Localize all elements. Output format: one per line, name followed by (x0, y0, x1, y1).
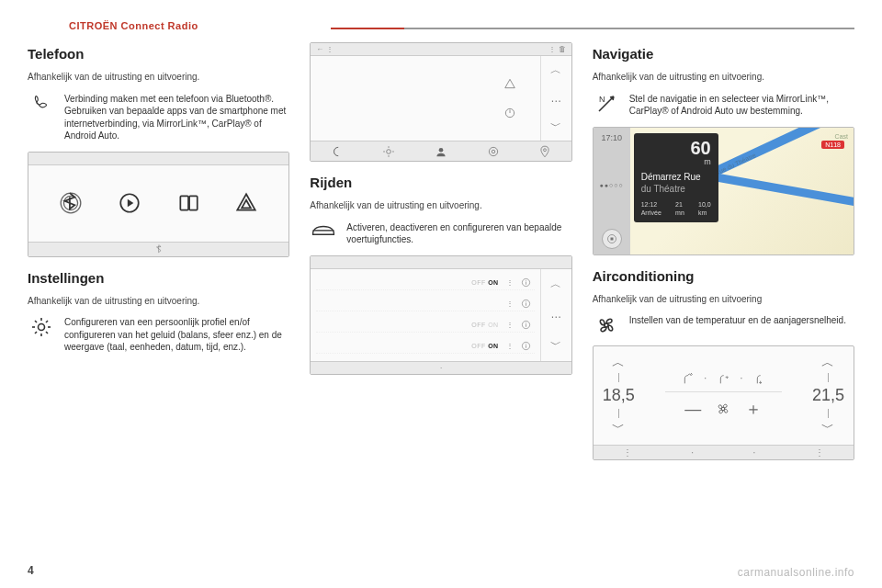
settings-screen-header: ← ⋮ ⋮ 🗑 (311, 43, 571, 56)
night-mode-icon[interactable] (331, 145, 344, 158)
telefoon-subtitle: Afhankelijk van de uitrusting en uitvoer… (28, 71, 289, 84)
airco-heading: Airconditioning (593, 268, 854, 284)
chevron-down-icon[interactable]: ﹀ (550, 337, 561, 353)
svg-line-13 (46, 321, 48, 322)
temp-right: 21,5 (812, 386, 844, 405)
nav-dest-1: Démarrez Rue (641, 172, 701, 182)
navigatie-subtitle: Afhankelijk van de uitrusting en uitvoer… (593, 71, 854, 84)
header-more-icon[interactable]: ⋮ (326, 45, 334, 53)
back-icon[interactable]: ← (316, 45, 323, 53)
chevron-down-icon[interactable]: ﹀ (550, 119, 561, 134)
svg-point-5 (39, 324, 45, 331)
airco-subtitle: Afhankelijk van de uitrusting en uitvoer… (593, 293, 854, 306)
profile-icon[interactable] (435, 145, 447, 158)
android-auto-icon[interactable] (234, 191, 258, 215)
chevron-up-icon[interactable]: ︿ (550, 277, 561, 292)
svg-point-22 (492, 150, 495, 153)
list-ellipsis: … (550, 92, 561, 105)
svg-point-16 (387, 149, 391, 153)
column-2: ← ⋮ ⋮ 🗑 ︿ … ﹀ (310, 42, 571, 460)
rijden-subtitle: Afhankelijk van de uitrusting en uitvoer… (310, 199, 571, 212)
fan-icon (593, 314, 620, 336)
nav-instruction-card: 60 m Démarrez Ruedu Théatre 12:12Arrivée… (634, 133, 718, 223)
airco-desc: Instellen van de temperatuur en de aanja… (629, 314, 854, 327)
temp-right-up[interactable]: ︿ (821, 355, 834, 371)
settings-row-1[interactable] (318, 77, 532, 90)
location-icon[interactable] (538, 145, 551, 158)
nav-page-dots: ●●○○○ (600, 182, 624, 188)
ac-footer-more[interactable]: ⋮ (623, 447, 632, 458)
svg-line-11 (46, 332, 48, 334)
fan-minus[interactable]: — (684, 400, 701, 419)
driving-screen-footer: · (311, 361, 571, 374)
svg-point-31 (526, 301, 526, 302)
eta-time: 12:12 (641, 200, 662, 209)
driving-screen: OFF ON ⋮ ⋮ OFF ON ⋮ (310, 255, 571, 375)
drive-toggle-row[interactable]: OFF ON ⋮ (316, 276, 534, 290)
phone-screen-footer (28, 242, 288, 256)
svg-line-12 (35, 332, 37, 334)
air-distribution[interactable]: · · (680, 371, 767, 386)
header-more2-icon[interactable]: ⋮ (548, 45, 556, 53)
mirrorlink-icon[interactable] (176, 191, 200, 215)
info-icon[interactable] (521, 341, 531, 351)
svg-text:N: N (599, 95, 605, 104)
gear-small-icon[interactable] (487, 145, 500, 158)
row-more-icon[interactable]: ⋮ (506, 342, 514, 350)
nav-distance-unit: m (641, 157, 711, 168)
nav-screen: 17:10 ●●○○○ N118 Rue du Théatre Cast 60 … (593, 127, 854, 255)
row-more-icon[interactable]: ⋮ (506, 278, 514, 287)
eta-km: 10,0 (698, 200, 711, 209)
temp-left-up[interactable]: ︿ (612, 355, 625, 371)
phone-screen-header (28, 153, 288, 165)
row-more-icon[interactable]: ⋮ (506, 300, 514, 308)
ac-footer-more[interactable]: ⋮ (815, 447, 824, 458)
phone-screen (28, 152, 289, 257)
svg-point-34 (526, 322, 526, 323)
list-ellipsis: … (550, 308, 561, 321)
temp-left-down[interactable]: ﹀ (612, 420, 625, 436)
drive-toggle-row[interactable]: OFF ON ⋮ (316, 318, 534, 333)
column-3: Navigatie Afhankelijk van de uitrusting … (593, 42, 854, 460)
phone-icon (28, 93, 55, 115)
chevron-up-icon[interactable]: ︿ (550, 62, 561, 78)
ac-screen-footer: ⋮ · · ⋮ (594, 445, 854, 459)
seat-feet-icon[interactable] (752, 371, 767, 386)
nav-distance: 60 (641, 139, 711, 157)
drive-toggle-row[interactable]: OFF ON ⋮ (316, 339, 534, 354)
compass-icon: N (593, 93, 620, 115)
instellingen-subtitle: Afhankelijk van de uitrusting en uitvoer… (28, 295, 289, 308)
navigatie-heading: Navigatie (593, 46, 854, 62)
page-number: 4 (28, 564, 34, 577)
svg-point-24 (544, 148, 547, 151)
map-label: Cast (835, 133, 848, 140)
trash-icon[interactable]: 🗑 (559, 45, 566, 53)
eta-km-label: km (698, 209, 711, 217)
rijden-desc: Activeren, deactiveren en configureren v… (346, 221, 571, 246)
telefoon-heading: Telefoon (28, 46, 289, 62)
svg-rect-3 (180, 196, 188, 209)
bluetooth-icon[interactable] (59, 191, 83, 215)
nav-stop-button[interactable] (602, 229, 622, 249)
play-circle-icon[interactable] (118, 191, 141, 215)
info-icon[interactable] (521, 299, 531, 309)
seat-head-icon[interactable] (680, 371, 695, 386)
telefoon-desc: Verbinding maken met een telefoon via Bl… (64, 93, 289, 142)
rijden-heading: Rijden (310, 175, 571, 190)
row-more-icon[interactable]: ⋮ (506, 321, 514, 329)
fan-small-icon (714, 400, 732, 418)
temp-right-down[interactable]: ﹀ (821, 420, 834, 436)
brightness-icon[interactable] (382, 145, 395, 158)
drive-toggle-row[interactable]: ⋮ (316, 297, 534, 311)
gear-icon (28, 316, 55, 338)
fan-plus[interactable]: ＋ (745, 398, 762, 420)
settings-row-2[interactable] (318, 107, 532, 119)
info-icon[interactable] (521, 277, 531, 288)
seat-body-icon[interactable] (716, 371, 730, 386)
column-1: Telefoon Afhankelijk van de uitrusting e… (28, 42, 289, 460)
watermark: carmanualsonline.info (738, 566, 854, 579)
driving-screen-header (311, 256, 571, 269)
site-title: CITROËN Connect Radio (69, 20, 198, 31)
info-icon[interactable] (521, 320, 531, 330)
settings-screen-footer (311, 141, 571, 161)
